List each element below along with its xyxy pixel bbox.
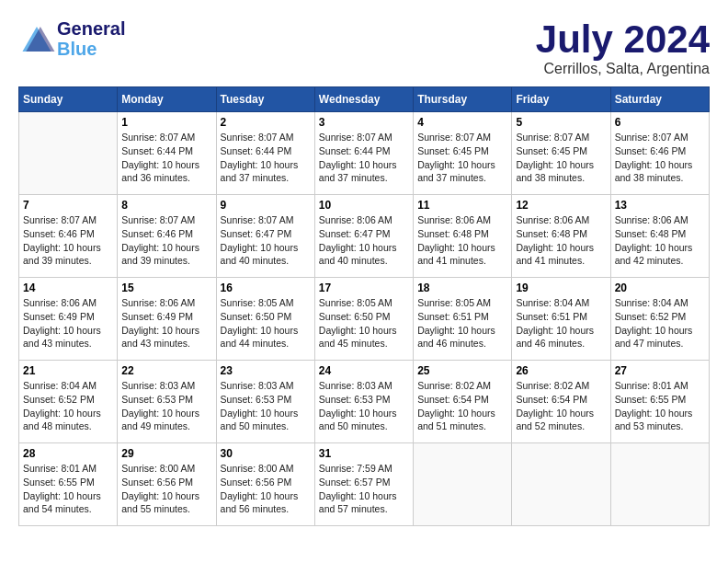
day-info: Sunrise: 8:07 AM Sunset: 6:46 PM Dayligh… xyxy=(615,131,705,185)
logo-text-line2: Blue xyxy=(57,39,125,59)
calendar-cell: 16Sunrise: 8:05 AM Sunset: 6:50 PM Dayli… xyxy=(216,278,314,361)
day-info: Sunrise: 8:07 AM Sunset: 6:47 PM Dayligh… xyxy=(221,213,311,268)
calendar-body: 1Sunrise: 8:07 AM Sunset: 6:44 PM Daylig… xyxy=(19,112,710,526)
day-info: Sunrise: 8:04 AM Sunset: 6:52 PM Dayligh… xyxy=(23,379,113,433)
day-info: Sunrise: 8:07 AM Sunset: 6:44 PM Dayligh… xyxy=(221,131,311,185)
day-number: 25 xyxy=(417,364,507,377)
day-number: 1 xyxy=(121,116,211,129)
col-wednesday: Wednesday xyxy=(314,87,413,112)
day-number: 15 xyxy=(121,282,211,294)
day-number: 13 xyxy=(615,199,705,212)
day-number: 9 xyxy=(221,199,311,212)
calendar-cell xyxy=(19,112,118,195)
calendar-cell: 14Sunrise: 8:06 AM Sunset: 6:49 PM Dayli… xyxy=(19,278,118,361)
title-area: July 2024 Cerrillos, Salta, Argentina xyxy=(536,18,710,77)
day-number: 24 xyxy=(319,364,409,377)
day-number: 16 xyxy=(221,282,311,294)
calendar-cell: 24Sunrise: 8:03 AM Sunset: 6:53 PM Dayli… xyxy=(314,361,413,443)
col-tuesday: Tuesday xyxy=(216,87,314,112)
day-number: 12 xyxy=(516,199,606,212)
day-info: Sunrise: 8:03 AM Sunset: 6:53 PM Dayligh… xyxy=(221,379,311,433)
day-info: Sunrise: 8:00 AM Sunset: 6:56 PM Dayligh… xyxy=(121,462,211,516)
logo-text-line1: General xyxy=(57,18,125,39)
day-info: Sunrise: 8:02 AM Sunset: 6:54 PM Dayligh… xyxy=(417,379,507,433)
header-row: Sunday Monday Tuesday Wednesday Thursday… xyxy=(19,87,710,112)
calendar-cell: 15Sunrise: 8:06 AM Sunset: 6:49 PM Dayli… xyxy=(118,278,216,361)
calendar-cell: 12Sunrise: 8:06 AM Sunset: 6:48 PM Dayli… xyxy=(512,195,610,278)
calendar-week-row: 14Sunrise: 8:06 AM Sunset: 6:49 PM Dayli… xyxy=(19,278,710,361)
day-number: 3 xyxy=(319,116,409,129)
day-number: 30 xyxy=(221,447,311,460)
location-subtitle: Cerrillos, Salta, Argentina xyxy=(536,61,710,77)
page-header: General Blue July 2024 Cerrillos, Salta,… xyxy=(18,18,710,77)
day-number: 10 xyxy=(319,199,409,212)
day-info: Sunrise: 8:07 AM Sunset: 6:44 PM Dayligh… xyxy=(121,131,211,185)
calendar-cell: 2Sunrise: 8:07 AM Sunset: 6:44 PM Daylig… xyxy=(216,112,314,195)
day-info: Sunrise: 8:07 AM Sunset: 6:45 PM Dayligh… xyxy=(516,131,606,185)
calendar-cell: 9Sunrise: 8:07 AM Sunset: 6:47 PM Daylig… xyxy=(216,195,314,278)
day-number: 4 xyxy=(417,116,507,129)
calendar-week-row: 21Sunrise: 8:04 AM Sunset: 6:52 PM Dayli… xyxy=(19,361,710,443)
col-saturday: Saturday xyxy=(610,87,709,112)
day-info: Sunrise: 8:06 AM Sunset: 6:48 PM Dayligh… xyxy=(615,213,705,268)
calendar-cell: 21Sunrise: 8:04 AM Sunset: 6:52 PM Dayli… xyxy=(19,361,118,443)
day-info: Sunrise: 8:01 AM Sunset: 6:55 PM Dayligh… xyxy=(615,379,705,433)
calendar-cell: 3Sunrise: 8:07 AM Sunset: 6:44 PM Daylig… xyxy=(314,112,413,195)
day-number: 22 xyxy=(121,364,211,377)
col-monday: Monday xyxy=(118,87,216,112)
day-number: 20 xyxy=(615,282,705,294)
day-info: Sunrise: 8:06 AM Sunset: 6:49 PM Dayligh… xyxy=(23,296,113,350)
col-sunday: Sunday xyxy=(19,87,118,112)
day-info: Sunrise: 8:01 AM Sunset: 6:55 PM Dayligh… xyxy=(23,462,113,516)
day-info: Sunrise: 8:03 AM Sunset: 6:53 PM Dayligh… xyxy=(319,379,409,433)
calendar-cell: 19Sunrise: 8:04 AM Sunset: 6:51 PM Dayli… xyxy=(512,278,610,361)
calendar-week-row: 28Sunrise: 8:01 AM Sunset: 6:55 PM Dayli… xyxy=(19,443,710,526)
logo-icon xyxy=(18,23,55,55)
day-info: Sunrise: 8:04 AM Sunset: 6:52 PM Dayligh… xyxy=(615,296,705,350)
calendar-cell: 18Sunrise: 8:05 AM Sunset: 6:51 PM Dayli… xyxy=(414,278,512,361)
calendar-cell: 31Sunrise: 7:59 AM Sunset: 6:57 PM Dayli… xyxy=(314,443,413,526)
day-number: 2 xyxy=(221,116,311,129)
month-title: July 2024 xyxy=(536,18,710,61)
day-number: 18 xyxy=(417,282,507,294)
calendar-cell: 17Sunrise: 8:05 AM Sunset: 6:50 PM Dayli… xyxy=(314,278,413,361)
day-info: Sunrise: 8:03 AM Sunset: 6:53 PM Dayligh… xyxy=(121,379,211,433)
calendar-cell: 29Sunrise: 8:00 AM Sunset: 6:56 PM Dayli… xyxy=(118,443,216,526)
col-friday: Friday xyxy=(512,87,610,112)
day-number: 26 xyxy=(516,364,606,377)
day-number: 5 xyxy=(516,116,606,129)
day-number: 27 xyxy=(615,364,705,377)
day-info: Sunrise: 8:05 AM Sunset: 6:50 PM Dayligh… xyxy=(319,296,409,350)
calendar-cell: 22Sunrise: 8:03 AM Sunset: 6:53 PM Dayli… xyxy=(118,361,216,443)
calendar-cell: 5Sunrise: 8:07 AM Sunset: 6:45 PM Daylig… xyxy=(512,112,610,195)
day-number: 17 xyxy=(319,282,409,294)
calendar-cell: 26Sunrise: 8:02 AM Sunset: 6:54 PM Dayli… xyxy=(512,361,610,443)
day-number: 23 xyxy=(221,364,311,377)
calendar-cell xyxy=(414,443,512,526)
calendar-week-row: 7Sunrise: 8:07 AM Sunset: 6:46 PM Daylig… xyxy=(19,195,710,278)
calendar-cell: 4Sunrise: 8:07 AM Sunset: 6:45 PM Daylig… xyxy=(414,112,512,195)
day-info: Sunrise: 8:07 AM Sunset: 6:46 PM Dayligh… xyxy=(121,213,211,268)
calendar-cell: 8Sunrise: 8:07 AM Sunset: 6:46 PM Daylig… xyxy=(118,195,216,278)
day-info: Sunrise: 7:59 AM Sunset: 6:57 PM Dayligh… xyxy=(319,462,409,516)
day-info: Sunrise: 8:00 AM Sunset: 6:56 PM Dayligh… xyxy=(221,462,311,516)
calendar-cell: 11Sunrise: 8:06 AM Sunset: 6:48 PM Dayli… xyxy=(414,195,512,278)
day-info: Sunrise: 8:07 AM Sunset: 6:44 PM Dayligh… xyxy=(319,131,409,185)
day-info: Sunrise: 8:06 AM Sunset: 6:47 PM Dayligh… xyxy=(319,213,409,268)
calendar-cell: 27Sunrise: 8:01 AM Sunset: 6:55 PM Dayli… xyxy=(610,361,709,443)
calendar-header: Sunday Monday Tuesday Wednesday Thursday… xyxy=(19,87,710,112)
day-number: 19 xyxy=(516,282,606,294)
day-number: 21 xyxy=(23,364,113,377)
day-info: Sunrise: 8:06 AM Sunset: 6:48 PM Dayligh… xyxy=(417,213,507,268)
calendar-cell: 13Sunrise: 8:06 AM Sunset: 6:48 PM Dayli… xyxy=(610,195,709,278)
calendar-week-row: 1Sunrise: 8:07 AM Sunset: 6:44 PM Daylig… xyxy=(19,112,710,195)
calendar-cell: 25Sunrise: 8:02 AM Sunset: 6:54 PM Dayli… xyxy=(414,361,512,443)
day-number: 6 xyxy=(615,116,705,129)
day-number: 7 xyxy=(23,199,113,212)
day-info: Sunrise: 8:07 AM Sunset: 6:45 PM Dayligh… xyxy=(417,131,507,185)
calendar-cell xyxy=(610,443,709,526)
calendar-cell: 28Sunrise: 8:01 AM Sunset: 6:55 PM Dayli… xyxy=(19,443,118,526)
day-info: Sunrise: 8:02 AM Sunset: 6:54 PM Dayligh… xyxy=(516,379,606,433)
day-number: 11 xyxy=(417,199,507,212)
calendar-cell: 30Sunrise: 8:00 AM Sunset: 6:56 PM Dayli… xyxy=(216,443,314,526)
